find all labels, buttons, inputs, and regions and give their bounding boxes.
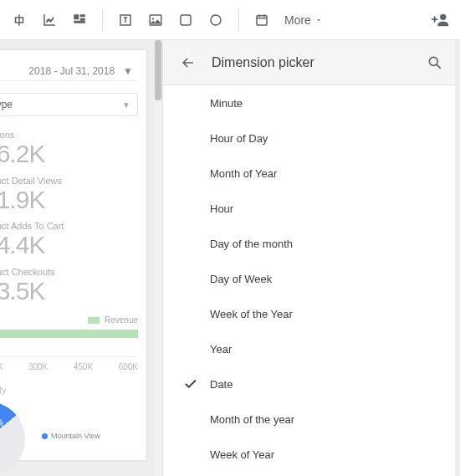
- more-button[interactable]: More: [278, 6, 330, 34]
- legend-label: Revenue: [105, 315, 138, 325]
- axis-tick: 600K: [119, 362, 138, 371]
- caret-down-icon: [314, 16, 323, 24]
- more-label: More: [284, 13, 311, 27]
- dimension-item[interactable]: Day of Week: [163, 261, 460, 296]
- dimension-item[interactable]: Hour of Day: [163, 120, 460, 156]
- chart-icon[interactable]: [35, 6, 64, 34]
- dimension-item[interactable]: Date: [163, 366, 460, 402]
- type-label: Type: [0, 99, 13, 110]
- dimension-item-label: Month of the year: [210, 413, 294, 426]
- dimension-item-label: Day of Week: [210, 273, 272, 285]
- toolbar: More: [0, 0, 460, 40]
- separator: [102, 9, 103, 31]
- dimension-item[interactable]: Month of the year: [163, 402, 460, 437]
- search-button[interactable]: [423, 51, 447, 74]
- image-icon[interactable]: [141, 6, 170, 34]
- circle-icon[interactable]: [202, 6, 230, 34]
- dimension-item[interactable]: Day of the month: [163, 226, 460, 261]
- dimension-item[interactable]: Year: [163, 331, 460, 366]
- axis-tick: 450K: [74, 362, 93, 371]
- workspace: 2018 - Jul 31, 2018 ▼ Type ▼ essions76.2…: [0, 40, 460, 476]
- scrollbar-thumb[interactable]: [155, 40, 161, 100]
- metric-label: roduct Checkouts: [0, 267, 138, 277]
- pie-legend-label: Mountain View: [51, 432, 100, 440]
- metric-value: 14.4K: [0, 231, 138, 260]
- dimension-item[interactable]: Week of Year: [163, 437, 460, 472]
- metric-label: roduct Detail Views: [0, 176, 138, 186]
- svg-rect-3: [80, 14, 85, 17]
- axis: 150K 300K 450K 600K: [0, 356, 138, 378]
- date-range-icon[interactable]: [248, 6, 276, 34]
- metric-value: 76.2K: [0, 140, 138, 169]
- separator: [238, 9, 239, 31]
- type-select[interactable]: Type ▼: [0, 93, 138, 116]
- report-card: 2018 - Jul 31, 2018 ▼ Type ▼ essions76.2…: [0, 50, 146, 460]
- svg-rect-2: [74, 14, 79, 19]
- dimension-item-label: Minute: [210, 97, 243, 110]
- align-center-icon[interactable]: [5, 6, 33, 34]
- metric-value: 41.9K: [0, 186, 138, 215]
- svg-point-16: [429, 57, 437, 65]
- date-range-text: 2018 - Jul 31, 2018: [28, 65, 115, 77]
- dimension-item-label: Week of the Year: [210, 308, 293, 320]
- legend-dot: [42, 433, 48, 439]
- panel-title: Dimension picker: [212, 55, 314, 70]
- caret-down-icon: ▼: [123, 65, 133, 77]
- dimension-item-label: Date: [210, 378, 233, 391]
- metric-label: roduct Adds To Cart: [0, 221, 138, 231]
- svg-rect-5: [74, 20, 85, 23]
- axis-tick: 300K: [28, 362, 48, 371]
- legend-swatch: [88, 317, 100, 324]
- date-range-control[interactable]: 2018 - Jul 31, 2018 ▼: [0, 62, 138, 81]
- dimension-list: MinuteHour of DayMonth of YearHourDay of…: [163, 85, 460, 476]
- axis-tick: 150K: [0, 362, 3, 371]
- canvas-area: 2018 - Jul 31, 2018 ▼ Type ▼ essions76.2…: [0, 40, 162, 476]
- svg-point-15: [440, 13, 446, 19]
- scorecard-icon[interactable]: [65, 6, 94, 34]
- panel-header: Dimension picker: [163, 40, 460, 85]
- svg-rect-9: [181, 15, 191, 25]
- metric-value: 23.5K: [0, 277, 138, 306]
- pie-chart: 14% Mountain View: [0, 402, 138, 452]
- svg-rect-11: [257, 15, 267, 24]
- svg-line-17: [437, 64, 441, 69]
- dimension-item-label: Hour: [210, 202, 233, 215]
- check-icon: [183, 376, 198, 392]
- caret-down-icon: ▼: [122, 100, 130, 110]
- dimension-item-label: Day of the month: [210, 238, 293, 250]
- dimension-item-label: Hour of Day: [210, 132, 268, 145]
- rectangle-icon[interactable]: [171, 6, 200, 34]
- dimension-item-label: Year: [210, 343, 232, 356]
- dimension-item[interactable]: Week of the Year: [163, 296, 460, 331]
- dimension-item-label: Week of Year: [210, 448, 274, 461]
- right-gutter: [455, 40, 460, 476]
- dimension-item[interactable]: Minute: [163, 85, 460, 120]
- dimension-item[interactable]: Month of Year: [163, 156, 460, 191]
- add-person-icon[interactable]: [427, 6, 455, 34]
- dimension-item-label: Month of Year: [210, 167, 277, 180]
- pie-slice-pct: 14%: [0, 418, 3, 427]
- section-subhead: y City: [0, 385, 138, 395]
- pie-graphic: [0, 402, 25, 476]
- text-icon[interactable]: [111, 6, 140, 34]
- pie-legend: Mountain View: [42, 432, 100, 440]
- back-button[interactable]: [176, 51, 200, 74]
- dimension-item[interactable]: Hour: [163, 191, 460, 226]
- metric-label: essions: [0, 130, 138, 140]
- bar-chart: [0, 330, 138, 338]
- svg-point-10: [211, 15, 221, 25]
- svg-rect-4: [80, 18, 85, 20]
- legend: Revenue: [0, 315, 138, 325]
- scrollbar[interactable]: [154, 40, 162, 476]
- dimension-picker-panel: Dimension picker MinuteHour of DayMonth …: [162, 40, 460, 476]
- svg-point-8: [152, 18, 154, 19]
